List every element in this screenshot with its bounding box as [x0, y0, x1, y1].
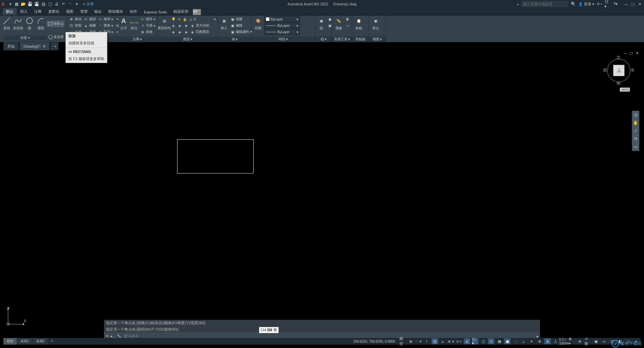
viewcube[interactable]: 上 北 南 东 西 WCS	[604, 55, 634, 96]
share-button[interactable]: ✈ 共享	[83, 2, 94, 7]
annotation-monitor-icon[interactable]: ⊕	[576, 338, 583, 344]
nav-zoom-icon[interactable]: ⤢	[633, 128, 638, 134]
circle-button[interactable]: 圆	[24, 16, 35, 31]
panel-clipboard-title[interactable]: 剪贴板	[352, 37, 369, 42]
panel-annotation-title[interactable]: 注释 ▾	[117, 37, 157, 42]
panel-block-title[interactable]: 块 ▾	[218, 37, 251, 42]
layer-thaw-button[interactable]: ◈	[183, 29, 189, 35]
paste-button[interactable]: 📋 粘贴	[354, 16, 364, 31]
search-icon[interactable]: 🔍	[570, 1, 576, 7]
measure-button[interactable]: 📏 测量	[333, 16, 344, 31]
nav-wheel-icon[interactable]: ◎	[633, 112, 638, 117]
status-model-button[interactable]: 模型	[399, 338, 406, 344]
insert-block-button[interactable]: ▣ 插入	[219, 16, 229, 31]
tab-express[interactable]: Express Tools	[141, 9, 170, 15]
tab-output[interactable]: 输出	[91, 8, 105, 15]
create-block-button[interactable]: ▣创建	[229, 16, 253, 22]
layer-combo[interactable]: 💡 ☀ 🔓 ◻ 0▾	[170, 16, 216, 22]
new-icon[interactable]: ▦	[13, 1, 19, 7]
3dobject-snap-icon[interactable]: ⬚	[512, 338, 519, 344]
snap-icon[interactable]: ∷ ▾	[415, 338, 422, 344]
wcs-badge[interactable]: WCS	[620, 88, 630, 92]
calc-button[interactable]: 🖩	[344, 16, 351, 22]
selection-filter-icon[interactable]: ▾	[528, 338, 535, 344]
layer-on-button[interactable]: ◈	[183, 22, 189, 29]
color-combo[interactable]: ByLayer▾	[264, 16, 300, 22]
ortho-icon[interactable]: ⊾	[439, 338, 446, 344]
layer-freeze-button[interactable]: ◈	[170, 29, 176, 35]
polygon-button[interactable]: 多边形	[48, 35, 64, 39]
file-tab-start[interactable]: 开始	[3, 42, 19, 50]
tab-collaborate[interactable]: 协作	[126, 8, 141, 15]
dimension-button[interactable]: 标注	[129, 16, 139, 31]
osnap-icon[interactable]: ▢ ▾	[472, 338, 478, 344]
tab-annotate[interactable]: 注释	[31, 8, 45, 15]
cart-icon[interactable]: 🛒▾	[604, 1, 610, 7]
panel-view-title[interactable]: 视图 ▾	[369, 37, 385, 42]
leader-button[interactable]: ↗引线 ▾	[140, 22, 156, 29]
file-tab-close-icon[interactable]: ✕	[43, 44, 46, 49]
cloud-icon[interactable]: ▢	[47, 1, 53, 7]
layout-tab-1[interactable]: 布局1	[17, 338, 33, 345]
command-close-icon[interactable]: ✕	[106, 334, 109, 338]
vp-close-icon[interactable]: ✕	[635, 51, 639, 56]
tab-insert[interactable]: 插入	[17, 8, 31, 15]
layer-lock2-button[interactable]: ◈	[177, 29, 183, 35]
compass-south[interactable]: 南	[616, 81, 621, 86]
lineweight-combo[interactable]: ByLayer▾	[264, 22, 300, 29]
compass-north[interactable]: 北	[616, 55, 621, 60]
annotation-visibility-icon[interactable]: Ａ	[544, 338, 551, 344]
vp-minimize-icon[interactable]: —	[623, 51, 628, 56]
3dosnap-icon[interactable]: ◫	[480, 338, 486, 344]
rectangle-button[interactable]: 矩形▾	[47, 21, 64, 27]
viewcube-top-face[interactable]: 上	[613, 65, 625, 76]
infer-icon[interactable]: ⊦	[423, 338, 430, 344]
match-layer-button[interactable]: ◈匹配图层	[190, 29, 210, 35]
compass-west[interactable]: 西	[603, 67, 607, 73]
qat-dropdown[interactable]: ▾	[74, 1, 80, 7]
polar-icon[interactable]: ⊛ ▾	[447, 338, 454, 344]
ucs-icon[interactable]: Y X	[6, 306, 26, 326]
ime-indicator[interactable]: CH ⌨ 简	[259, 327, 279, 333]
help-icon[interactable]: ?▾	[612, 1, 619, 7]
selection-cycle-icon[interactable]: ▣	[504, 338, 511, 344]
search-input[interactable]	[521, 1, 568, 7]
basepoint-button[interactable]: ▣ 基点	[370, 16, 381, 31]
tab-view[interactable]: 视图	[63, 8, 77, 15]
save-icon[interactable]: 💾	[27, 1, 33, 7]
line-button[interactable]: 直线	[1, 16, 12, 31]
tab-parametric[interactable]: 参数化	[45, 8, 63, 15]
layout-tab-2[interactable]: 布局2	[33, 338, 49, 345]
layer-properties-button[interactable]: ▤ 图层特性	[159, 16, 170, 31]
command-recent-icon[interactable]: ▴	[536, 334, 538, 338]
autoscale-icon[interactable]: 人	[552, 338, 559, 344]
nav-pan-icon[interactable]: ✋	[633, 120, 638, 126]
set-current-button[interactable]: ◈置为当前	[190, 22, 210, 29]
move-button[interactable]: ✥移动	[68, 16, 82, 22]
saveas-icon[interactable]: 💾	[34, 1, 40, 7]
maximize-button[interactable]: ▢	[630, 1, 636, 7]
drawing-viewport[interactable]: — ▢ ✕	[3, 50, 641, 335]
app-menu-dropdown[interactable]: ▾	[7, 1, 13, 7]
copy-button[interactable]: ⿻复制	[68, 22, 82, 29]
undo-icon[interactable]: ↶	[60, 1, 66, 7]
polyline-button[interactable]: 多段线	[13, 16, 23, 31]
dynamic-ucs-icon[interactable]: ⊥	[520, 338, 527, 344]
linear-button[interactable]: ⊢线性 ▾	[140, 16, 156, 22]
fillet-button[interactable]: ◜圆角 ▾	[97, 22, 114, 29]
workspace-icon[interactable]: ⚙ ▾	[568, 338, 575, 344]
layout-tab-add[interactable]: +	[48, 338, 56, 345]
text-button[interactable]: A 文字	[119, 16, 128, 31]
file-tab-drawing1[interactable]: Drawing1* ✕	[19, 42, 50, 50]
print-icon[interactable]: 🖨	[54, 1, 60, 7]
lock-ui-icon[interactable]: ▭	[600, 338, 607, 344]
panel-draw-title[interactable]: 绘图 ▾	[3, 36, 47, 40]
login-button[interactable]: 👤 登录 ▾	[578, 2, 594, 7]
gizmo-icon[interactable]: ⊕	[536, 338, 543, 344]
drawn-rectangle-object[interactable]	[177, 139, 254, 173]
lwt-icon[interactable]: ≡	[488, 338, 494, 344]
panel-layers-title[interactable]: 图层 ▾	[158, 37, 218, 42]
compass-east[interactable]: 东	[631, 67, 635, 73]
otrack-icon[interactable]: ∠	[464, 338, 470, 344]
layout-tab-model[interactable]: 模型	[3, 338, 17, 345]
